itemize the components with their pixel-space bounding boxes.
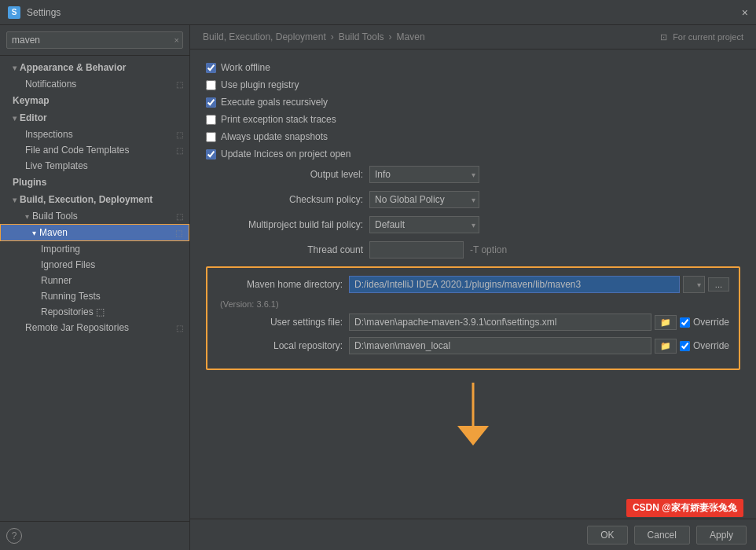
- clear-search-icon[interactable]: ×: [174, 35, 179, 45]
- local-repo-override-checkbox[interactable]: [680, 341, 690, 351]
- sidebar-item-live-templates[interactable]: Live Templates: [0, 158, 189, 174]
- sidebar-item-appearance[interactable]: ▾ Appearance & Behavior: [0, 59, 189, 76]
- local-repo-input[interactable]: [349, 337, 651, 354]
- breadcrumb-sep1: ›: [331, 31, 334, 42]
- multiproject-select[interactable]: Default Fail at End Never Fail: [369, 216, 479, 233]
- multiproject-row: Multiproject build fail policy: Default …: [206, 216, 740, 233]
- update-indices-checkbox[interactable]: [206, 149, 216, 160]
- sidebar-item-build-section[interactable]: ▾ Build, Execution, Deployment: [0, 191, 189, 208]
- local-repo-label: Local repository:: [217, 340, 343, 351]
- use-plugin-checkbox[interactable]: [206, 80, 216, 90]
- maven-config-box: Maven home directory: ... (Version: 3.6.…: [206, 266, 740, 370]
- titlebar: S Settings ×: [0, 0, 756, 25]
- bottom-bar: OK Cancel Apply: [190, 519, 756, 550]
- user-settings-input[interactable]: [349, 314, 651, 331]
- local-repo-browse-button[interactable]: 📁: [655, 339, 677, 354]
- execute-goals-label: Execute goals recursively: [221, 97, 328, 108]
- thread-label: Thread count: [206, 244, 363, 255]
- execute-goals-row: Execute goals recursively: [206, 97, 740, 108]
- sidebar-item-keymap[interactable]: Keymap: [0, 92, 189, 109]
- checksum-select[interactable]: No Global Policy Fail Ignore Warn: [369, 191, 479, 208]
- sidebar-bottom: ?: [0, 521, 189, 550]
- nav-icon: ⬚: [176, 212, 183, 221]
- user-settings-row: User settings file: 📁 Override: [217, 314, 729, 331]
- maven-home-dropdown[interactable]: [683, 276, 705, 293]
- maven-home-input[interactable]: [349, 276, 680, 293]
- arrow-annotation: [206, 383, 740, 461]
- search-input[interactable]: [6, 31, 183, 49]
- use-plugin-label: Use plugin registry: [221, 79, 299, 90]
- app-icon: S: [8, 6, 20, 19]
- print-exception-row: Print exception stack traces: [206, 114, 740, 125]
- sidebar-item-importing[interactable]: Importing: [0, 241, 189, 257]
- sidebar-item-remote-jar[interactable]: Remote Jar Repositories ⬚: [0, 320, 189, 336]
- settings-panel: Work offline Use plugin registry Execute…: [190, 50, 756, 519]
- user-settings-label: User settings file:: [217, 317, 343, 328]
- local-repo-override-label: Override: [693, 340, 729, 351]
- ok-button[interactable]: OK: [587, 526, 627, 544]
- use-plugin-row: Use plugin registry: [206, 79, 740, 90]
- arrow-icon: ▾: [13, 196, 17, 204]
- cancel-button[interactable]: Cancel: [634, 526, 690, 544]
- maven-home-label: Maven home directory:: [217, 279, 343, 290]
- execute-goals-checkbox[interactable]: [206, 97, 216, 108]
- svg-marker-1: [457, 426, 489, 446]
- user-settings-override-label: Override: [693, 317, 729, 328]
- breadcrumb-sep2: ›: [389, 31, 392, 42]
- arrow-icon: ▾: [13, 114, 17, 123]
- thread-count-row: Thread count -T option: [206, 241, 740, 258]
- sidebar-item-maven[interactable]: ▾ Maven ⬚: [0, 224, 189, 241]
- breadcrumb-part3: Maven: [397, 31, 425, 42]
- output-level-row: Output level: Info Debug Warn Error: [206, 166, 740, 183]
- local-repo-row: Local repository: 📁 Override: [217, 337, 729, 354]
- work-offline-checkbox[interactable]: [206, 63, 216, 73]
- help-button[interactable]: ?: [6, 528, 22, 544]
- multiproject-label: Multiproject build fail policy:: [206, 219, 363, 230]
- output-level-select[interactable]: Info Debug Warn Error: [369, 166, 479, 183]
- close-button[interactable]: ×: [742, 6, 748, 19]
- sidebar-item-editor[interactable]: ▾ Editor: [0, 109, 189, 126]
- sidebar-item-runner[interactable]: Runner: [0, 273, 189, 288]
- user-settings-override: Override: [680, 317, 729, 328]
- orange-arrow-svg: [450, 383, 497, 446]
- checksum-row: Checksum policy: No Global Policy Fail I…: [206, 191, 740, 208]
- sidebar: × ▾ Appearance & Behavior Notifications …: [0, 25, 190, 550]
- sidebar-item-inspections[interactable]: Inspections ⬚: [0, 126, 189, 142]
- nav-icon: ⬚: [176, 130, 183, 139]
- arrow-icon: ▾: [13, 64, 17, 72]
- main-layout: × ▾ Appearance & Behavior Notifications …: [0, 25, 756, 550]
- window-title: Settings: [27, 7, 61, 18]
- print-exception-checkbox[interactable]: [206, 115, 216, 125]
- thread-input[interactable]: [369, 241, 464, 258]
- output-level-label: Output level:: [206, 169, 363, 180]
- maven-home-select-wrap: [683, 276, 705, 293]
- breadcrumb-part1: Build, Execution, Deployment: [203, 31, 326, 42]
- nav-icon: ⬚: [176, 324, 183, 332]
- checksum-label: Checksum policy:: [206, 194, 363, 205]
- work-offline-row: Work offline: [206, 62, 740, 73]
- checksum-select-wrap: No Global Policy Fail Ignore Warn: [369, 191, 479, 208]
- nav-icon: ⬚: [176, 146, 183, 155]
- user-settings-browse-button[interactable]: 📁: [655, 315, 677, 330]
- sidebar-item-running-tests[interactable]: Running Tests: [0, 288, 189, 304]
- breadcrumb: Build, Execution, Deployment › Build Too…: [190, 25, 756, 50]
- sidebar-item-file-templates[interactable]: File and Code Templates ⬚: [0, 142, 189, 158]
- sidebar-item-build-tools[interactable]: ▾ Build Tools ⬚: [0, 208, 189, 224]
- content-area: Build, Execution, Deployment › Build Too…: [190, 25, 756, 550]
- print-exception-label: Print exception stack traces: [221, 114, 336, 125]
- nav-icon: ⬚: [96, 306, 105, 317]
- local-repo-override: Override: [680, 340, 729, 351]
- sidebar-item-repositories[interactable]: Repositories ⬚: [0, 304, 189, 320]
- sidebar-item-notifications[interactable]: Notifications ⬚: [0, 76, 189, 92]
- breadcrumb-part2: Build Tools: [339, 31, 384, 42]
- always-update-checkbox[interactable]: [206, 132, 216, 142]
- multiproject-select-wrap: Default Fail at End Never Fail: [369, 216, 479, 233]
- apply-button[interactable]: Apply: [696, 526, 747, 544]
- search-box: ×: [0, 25, 189, 56]
- user-settings-override-checkbox[interactable]: [680, 317, 690, 328]
- maven-home-row: Maven home directory: ...: [217, 276, 729, 293]
- sidebar-item-plugins[interactable]: Plugins: [0, 174, 189, 191]
- sidebar-item-ignored-files[interactable]: Ignored Files: [0, 257, 189, 273]
- maven-version-text: (Version: 3.6.1): [217, 299, 729, 309]
- maven-home-browse-button[interactable]: ...: [708, 277, 729, 292]
